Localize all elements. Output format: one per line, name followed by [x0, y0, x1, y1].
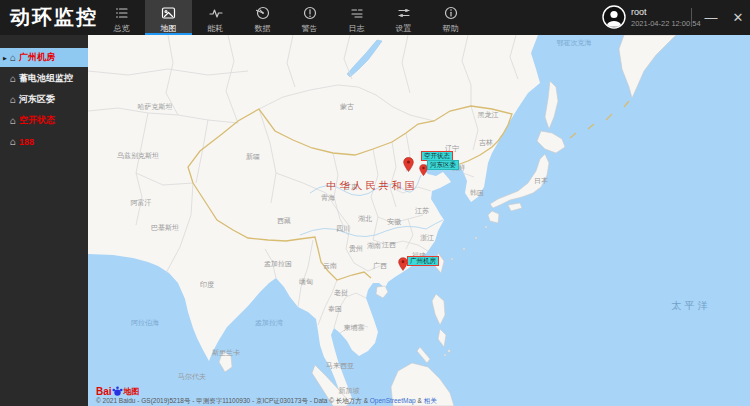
user-avatar-icon[interactable]	[602, 5, 626, 29]
site-house-icon: ⌂	[10, 95, 16, 105]
map-image-icon	[161, 5, 176, 20]
site-label: 188	[19, 137, 34, 147]
nav-item-3[interactable]: 能耗	[192, 0, 239, 35]
settings-sliders-icon	[397, 5, 411, 20]
nav-label: 地图	[161, 23, 177, 34]
baidu-logo-text: Bai	[96, 386, 112, 397]
username: root	[631, 7, 647, 17]
log-lines-icon	[350, 5, 364, 20]
sidebar-item-2[interactable]: ▶⌂蓄电池组监控	[0, 69, 88, 88]
sidebar-item-3[interactable]: ▶⌂河东区委	[0, 90, 88, 109]
nav-label: 数据	[255, 23, 271, 34]
nav-item-4[interactable]: 数据	[239, 0, 286, 35]
app-title: 动环监控	[10, 4, 98, 31]
nav-label: 帮助	[443, 23, 459, 34]
map-site-chip-3[interactable]: 广州机房	[407, 256, 439, 266]
attribution-text: © 2021 Baidu - GS(2019)5218号 - 甲测资字11100…	[96, 397, 370, 404]
site-label: 河东区委	[19, 93, 55, 106]
sidebar-item-4[interactable]: ▶⌂空开状态	[0, 111, 88, 130]
nav-label: 能耗	[208, 23, 224, 34]
sidebar-item-1[interactable]: ▶⌂广州机房	[0, 48, 88, 67]
expand-arrow-icon: ▶	[3, 55, 10, 61]
nav-item-1[interactable]: 总览	[98, 0, 145, 35]
map-attribution: © 2021 Baidu - GS(2019)5218号 - 甲测资字11100…	[96, 397, 437, 406]
top-nav: 总览地图能耗数据警告日志设置帮助	[98, 0, 474, 35]
nav-item-6[interactable]: 日志	[333, 0, 380, 35]
alert-circle-icon	[303, 5, 317, 20]
site-house-icon: ⌂	[10, 74, 16, 84]
baidu-paw-icon	[112, 386, 123, 397]
site-label: 空开状态	[19, 114, 55, 127]
nav-label: 日志	[349, 23, 365, 34]
site-house-icon: ⌂	[10, 137, 16, 147]
close-button[interactable]: ✕	[727, 0, 749, 35]
header-bar: 动环监控 总览地图能耗数据警告日志设置帮助 root 2021-04-22 12…	[0, 0, 750, 35]
site-house-icon: ⌂	[10, 53, 16, 63]
overview-list-icon	[115, 5, 129, 20]
nav-item-5[interactable]: 警告	[286, 0, 333, 35]
rights-link[interactable]: 相关	[424, 397, 437, 404]
nav-label: 设置	[396, 23, 412, 34]
site-label: 蓄电池组监控	[19, 72, 73, 85]
attribution-sep: &	[416, 397, 424, 404]
nav-item-7[interactable]: 设置	[380, 0, 427, 35]
osm-link[interactable]: OpenStreetMap	[370, 397, 416, 404]
site-sidebar: ▶⌂广州机房▶⌂蓄电池组监控▶⌂河东区委▶⌂空开状态▶⌂188	[0, 35, 88, 406]
site-house-icon: ⌂	[10, 116, 16, 126]
lake-baikal	[347, 40, 382, 77]
nav-label: 警告	[302, 23, 318, 34]
nav-label: 总览	[114, 23, 130, 34]
help-info-icon	[444, 5, 458, 20]
map-canvas[interactable]: 哈萨克斯坦蒙古乌兹别克斯坦阿富汗巴基斯坦新疆西藏青海甘肃四川云南贵州广西湖南湖北…	[88, 35, 750, 406]
data-gauge-icon	[256, 5, 270, 20]
header-divider	[691, 8, 692, 27]
basemap-svg	[88, 35, 750, 406]
minimize-button[interactable]: —	[700, 0, 722, 35]
sidebar-item-5[interactable]: ▶⌂188	[0, 132, 88, 151]
rivers	[300, 175, 443, 237]
baidu-logo-map-word: 地图	[124, 386, 140, 397]
site-label: 广州机房	[19, 51, 55, 64]
app-window: 动环监控 总览地图能耗数据警告日志设置帮助 root 2021-04-22 12…	[0, 0, 750, 406]
nav-item-2[interactable]: 地图	[145, 0, 192, 35]
nav-item-8[interactable]: 帮助	[427, 0, 474, 35]
energy-wave-icon	[209, 5, 223, 20]
map-pin-icon-1[interactable]	[403, 157, 414, 176]
map-site-chip-2[interactable]: 河东区委	[427, 160, 459, 170]
